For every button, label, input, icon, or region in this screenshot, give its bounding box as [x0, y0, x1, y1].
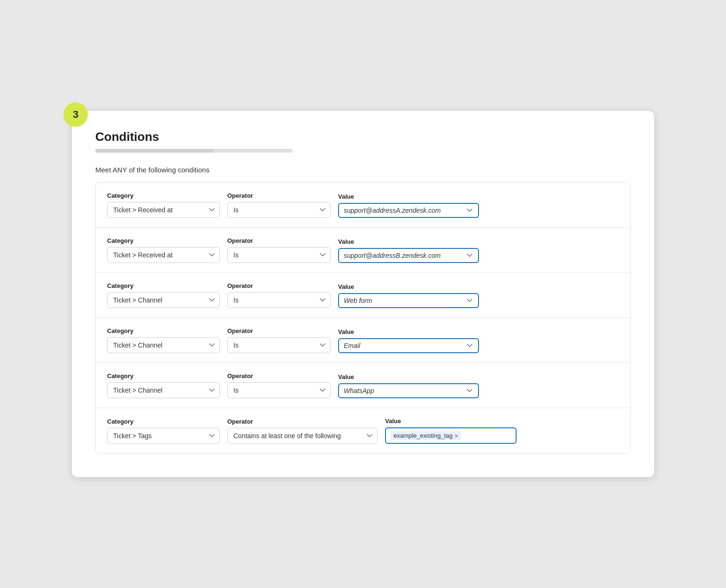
value-container-2[interactable]: support@addressB.zendesk.com [338, 248, 479, 263]
operator-label-1: Operator [227, 192, 331, 199]
operator-label-5: Operator [227, 372, 331, 379]
progress-bar [95, 149, 293, 153]
value-container-3[interactable]: Web form [338, 293, 479, 308]
condition-row: Category Ticket > Channel Operator Is Va… [96, 318, 630, 363]
condition-row: Category Ticket > Received at Operator I… [96, 228, 630, 273]
operator-select-6[interactable]: Contains at least one of the following [227, 428, 378, 444]
category-group-6: Category Ticket > Tags [107, 418, 220, 444]
operator-group-4: Operator Is [227, 327, 331, 353]
category-label-6: Category [107, 418, 220, 425]
value-group-6: Value example_existing_tag × [385, 418, 517, 444]
value-label-6: Value [385, 418, 517, 425]
value-container-6[interactable]: example_existing_tag × [385, 427, 517, 444]
operator-label-2: Operator [227, 237, 331, 244]
conditions-list: Category Ticket > Received at Operator I… [95, 182, 631, 454]
value-group-4: Value Email [338, 328, 479, 353]
operator-group-5: Operator Is [227, 372, 331, 398]
value-label-4: Value [338, 328, 479, 335]
condition-row: Category Ticket > Channel Operator Is Va… [96, 273, 630, 318]
category-label-2: Category [107, 237, 220, 244]
value-label-1: Value [338, 193, 479, 200]
tag-chip: example_existing_tag × [391, 431, 461, 440]
operator-select-3[interactable]: Is [227, 292, 331, 308]
value-label-3: Value [338, 283, 479, 290]
category-label-3: Category [107, 282, 220, 289]
category-label-5: Category [107, 372, 220, 379]
category-group-5: Category Ticket > Channel [107, 372, 220, 398]
meet-any-label: Meet ANY of the following conditions [95, 166, 631, 174]
conditions-panel: 3 Conditions Meet ANY of the following c… [72, 111, 654, 477]
condition-row: Category Ticket > Channel Operator Is Va… [96, 363, 630, 408]
operator-select-5[interactable]: Is [227, 382, 331, 398]
tag-chip-text: example_existing_tag [394, 432, 453, 439]
value-group-5: Value WhatsApp [338, 373, 479, 398]
operator-group-6: Operator Contains at least one of the fo… [227, 418, 378, 444]
value-label-2: Value [338, 238, 479, 245]
operator-label-6: Operator [227, 418, 378, 425]
category-select-6[interactable]: Ticket > Tags [107, 428, 220, 444]
value-container-4[interactable]: Email [338, 338, 479, 353]
value-label-5: Value [338, 373, 479, 380]
category-label-1: Category [107, 192, 220, 199]
condition-row: Category Ticket > Tags Operator Contains… [96, 408, 630, 453]
category-label-4: Category [107, 327, 220, 334]
category-select-1[interactable]: Ticket > Received at [107, 202, 220, 218]
value-group-1: Value support@addressA.zendesk.com [338, 193, 479, 218]
category-group-4: Category Ticket > Channel [107, 327, 220, 353]
category-group-3: Category Ticket > Channel [107, 282, 220, 308]
operator-select-1[interactable]: Is [227, 202, 331, 218]
step-badge: 3 [63, 102, 88, 127]
condition-row: Category Ticket > Received at Operator I… [96, 183, 630, 228]
operator-group-3: Operator Is [227, 282, 331, 308]
category-select-2[interactable]: Ticket > Received at [107, 247, 220, 263]
operator-select-2[interactable]: Is [227, 247, 331, 263]
value-container-5[interactable]: WhatsApp [338, 383, 479, 398]
value-select-4[interactable]: Email [344, 342, 473, 349]
tag-chip-remove-button[interactable]: × [455, 433, 458, 439]
value-select-2[interactable]: support@addressB.zendesk.com [344, 252, 473, 259]
value-select-5[interactable]: WhatsApp [344, 387, 473, 395]
operator-select-4[interactable]: Is [227, 337, 331, 353]
category-group-2: Category Ticket > Received at [107, 237, 220, 263]
category-select-5[interactable]: Ticket > Channel [107, 382, 220, 398]
value-group-3: Value Web form [338, 283, 479, 308]
operator-group-1: Operator Is [227, 192, 331, 218]
value-group-2: Value support@addressB.zendesk.com [338, 238, 479, 263]
operator-label-4: Operator [227, 327, 331, 334]
page-title: Conditions [95, 130, 631, 144]
category-select-4[interactable]: Ticket > Channel [107, 337, 220, 353]
progress-bar-fill [95, 149, 214, 153]
category-select-3[interactable]: Ticket > Channel [107, 292, 220, 308]
value-select-1[interactable]: support@addressA.zendesk.com [344, 207, 473, 214]
value-select-3[interactable]: Web form [344, 297, 473, 304]
operator-group-2: Operator Is [227, 237, 331, 263]
category-group-1: Category Ticket > Received at [107, 192, 220, 218]
value-container-1[interactable]: support@addressA.zendesk.com [338, 203, 479, 218]
operator-label-3: Operator [227, 282, 331, 289]
